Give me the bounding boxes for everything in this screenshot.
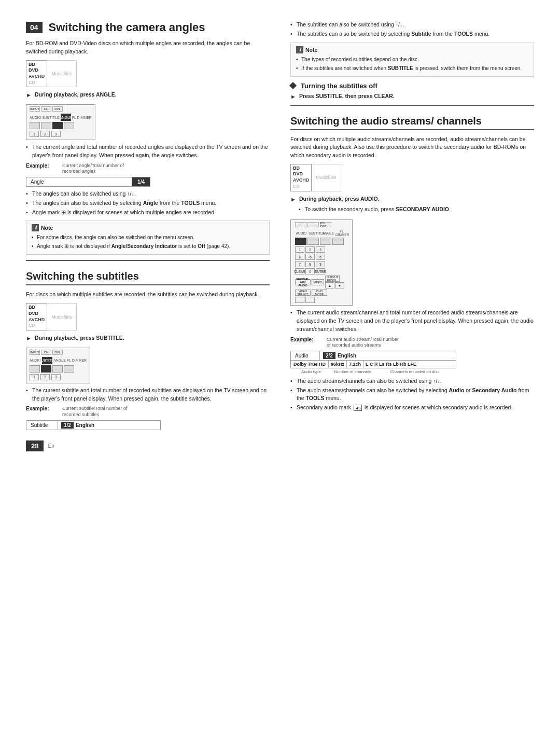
section-audio-intro: For discs on which multiple audio stream…	[290, 135, 534, 160]
rl-subtitle-btn[interactable]	[307, 238, 319, 245]
subtitle-bullet-1: The current subtitle and total number of…	[26, 387, 270, 403]
rl-secondary-audio[interactable]: SECOND-ARYAUDIO	[295, 279, 311, 285]
remote-subtitle-btn[interactable]	[41, 122, 51, 129]
angle-bullets-2: The angles can also be switched using ↑/…	[26, 190, 270, 216]
badge-avchd-audio: AVCHD	[293, 177, 309, 184]
rl-9[interactable]: 9	[316, 261, 325, 267]
divider-audio	[290, 105, 534, 106]
audio-channels: L C R Ls Rs Lb Rb LFE	[363, 361, 418, 368]
badge-music: Musicfiles	[47, 60, 77, 88]
page-number: 28	[26, 440, 44, 451]
note-angles: ℹ Note For some discs, the angle can als…	[26, 221, 270, 255]
remote-angle-btn[interactable]: ANGLE	[61, 114, 71, 121]
step-subtitle-press: ► During playback, press SUBTITLE.	[26, 335, 270, 341]
audio-value-lang: English	[338, 353, 356, 359]
section04-intro: For BD-ROM and DVD-Video discs on which …	[26, 39, 270, 56]
rl-6[interactable]: 6	[316, 254, 325, 260]
rl-play-mode[interactable]: PLAYMODE	[312, 290, 327, 296]
step-angle-text: During playback, press ANGLE.	[35, 91, 117, 98]
disc-badges-subtitles: BD DVD AVCHD CD Musicfiles	[26, 303, 270, 330]
example-caption: Current angle/Total number ofrecorded an…	[62, 163, 124, 175]
example-angle-box: Angle 1/4	[26, 177, 150, 187]
remote-2b[interactable]: 2	[40, 374, 50, 380]
rl-8[interactable]: 8	[305, 261, 315, 267]
remote-subtitle-active-btn[interactable]	[41, 365, 51, 373]
remote-audio-btn[interactable]	[30, 122, 40, 129]
remote-angle-btn2[interactable]	[52, 365, 63, 373]
left-column: 04 Switching the camera angles For BD-RO…	[26, 21, 270, 451]
badge-bd-audio: BD	[293, 166, 309, 172]
audio-freq: 96kHz	[329, 361, 347, 368]
audio-bullets: The current audio stream/channel and tot…	[290, 309, 534, 333]
rl-enter[interactable]: ENTER	[316, 268, 325, 274]
rl-5[interactable]: -5	[305, 254, 315, 260]
remote-2[interactable]: 2	[40, 131, 50, 137]
remote-subtitle-main-btn[interactable]: SUBTITLE	[42, 357, 52, 364]
rl-clear[interactable]: CLEAR	[295, 268, 304, 274]
page-lang: En	[48, 443, 54, 449]
remote-1[interactable]: 1	[30, 131, 39, 137]
rl-video-select[interactable]: VIDEOSELECT	[295, 290, 311, 296]
rl-bottom-right[interactable]	[305, 297, 315, 303]
remote-subtitle-label: SUBTITLE	[42, 116, 59, 119]
note-icon-sub: ℹ	[296, 46, 303, 53]
example-subtitle: Example: Current subtitle/Total number o…	[26, 406, 270, 430]
remote-fl-btn[interactable]	[64, 122, 74, 129]
section-audio-title: Switching the audio streams/ channels	[290, 115, 534, 130]
rl-4[interactable]: 4	[295, 254, 304, 260]
remote-playmode-row: VIDEOSELECT PLAYMODE	[295, 290, 348, 296]
rl-down[interactable]: ▼	[335, 282, 344, 288]
subtitles-off-header: Turning the subtitles off	[290, 82, 534, 90]
disc-badges-audio: BD DVD AVCHD CD Musicfiles	[290, 164, 534, 191]
audio-bullet-2: The audio streams/channels can also be s…	[290, 377, 534, 385]
rl-fldimmer-btn[interactable]	[332, 238, 344, 245]
rl-7[interactable]: 7	[295, 261, 304, 267]
section-subtitles-title: Switching the subtitles	[26, 270, 270, 285]
remote-1b[interactable]: 1	[30, 374, 39, 380]
audio-chdisc-label: Channels recorded on disc	[373, 369, 456, 374]
diamond-icon	[289, 82, 297, 89]
audio-substep: To switch the secondary audio, press SEC…	[299, 205, 534, 214]
rl-subtitle-label: SUBTITLE	[309, 231, 321, 235]
rl-3[interactable]: 3	[316, 246, 325, 253]
example-subtitle-value: 1/2 English	[58, 421, 97, 430]
rl-0[interactable]: 0	[305, 268, 315, 274]
note-sub-item-2: If the subtitles are not switched when S…	[296, 64, 528, 72]
rl-audio-btn[interactable]	[295, 238, 306, 245]
remote-fl-btn2[interactable]	[64, 365, 74, 373]
remote-audio-btn2[interactable]	[30, 365, 40, 373]
example-angle-box-label: Angle	[26, 177, 132, 186]
example-angle-value: 1/4	[132, 177, 150, 186]
audio-numch-label: Number of channels	[332, 369, 373, 374]
rl-angle-btn2[interactable]	[320, 238, 331, 245]
section-number: 04	[26, 22, 43, 33]
step-subtitle-off: ► Press SUBTITLE, then press CLEAR.	[290, 93, 534, 100]
angle-bullet-3: The angles can also be switched by selec…	[26, 199, 270, 208]
disc-stack-audio: BD DVD AVCHD CD	[290, 164, 312, 191]
subtitle-bullets: The current subtitle and total number of…	[26, 387, 270, 403]
rl-output-resolution[interactable]: OUTPUTRESOL.	[325, 276, 340, 282]
remote-dvl-btn: DVL	[52, 106, 63, 112]
note-title: ℹ Note	[32, 224, 264, 231]
remote-3b[interactable]: 3	[51, 374, 61, 380]
audio-bullets-2: The audio streams/channels can also be s…	[290, 377, 534, 412]
note-label-sub: Note	[305, 47, 317, 53]
remote-numpad-row2: 4 -5 6	[295, 254, 348, 260]
rl-video[interactable]: VIDEO	[312, 279, 324, 285]
rl-2[interactable]: 2	[305, 246, 315, 253]
step-subtitle-off-text: Press SUBTITLE, then press CLEAR.	[299, 93, 395, 99]
angle-bullet-2: The angles can also be switched using ↑/…	[26, 190, 270, 198]
rl-bottom-left[interactable]	[295, 297, 304, 303]
rl-1[interactable]: 1	[295, 246, 304, 253]
badge-cd-sub: CD	[29, 323, 45, 329]
remote-3[interactable]: 3	[51, 131, 61, 137]
remote-blank	[307, 222, 319, 227]
note-label: Note	[41, 225, 53, 231]
rl-angle-label: ANGLE	[322, 231, 334, 235]
badge-bd: BD	[29, 62, 45, 68]
remote-angle-main-btn[interactable]	[52, 122, 63, 129]
remote-angle-label2: ANGLE	[53, 359, 66, 362]
remote-fl-dimmer-label: FL DIMMER	[72, 116, 92, 119]
subtitles-off-title: Turning the subtitles off	[301, 82, 377, 90]
rl-up[interactable]: ▲	[325, 282, 334, 288]
